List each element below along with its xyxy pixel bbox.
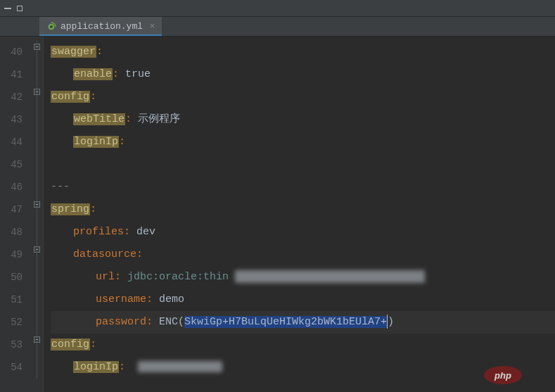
code-line[interactable]: swagger:	[51, 41, 555, 63]
yaml-value: 示例程序	[138, 113, 180, 125]
yaml-key: username	[96, 293, 146, 305]
yaml-value: demo	[159, 293, 184, 305]
line-number: 42	[0, 86, 31, 108]
yaml-key: enable	[73, 68, 113, 80]
window-toolbar	[0, 0, 555, 17]
fold-toggle-icon[interactable]	[34, 246, 40, 253]
line-number-gutter: 40 41 42 43 44 45 46 47 48 49 50 51 52 5…	[0, 37, 31, 392]
yaml-key: config	[51, 339, 90, 350]
editor-tabbar: application.yml ×	[0, 17, 555, 37]
code-area[interactable]: swagger: enable: true config: webTitle: …	[44, 37, 555, 392]
line-number: 51	[0, 289, 31, 311]
code-line[interactable]: loginIp:	[51, 356, 555, 379]
code-line[interactable]: config:	[51, 86, 555, 108]
line-number: 54	[0, 356, 31, 379]
close-icon[interactable]: ×	[150, 22, 155, 32]
yaml-key: datasource	[73, 248, 136, 260]
fold-toggle-icon[interactable]	[34, 336, 40, 343]
code-line[interactable]: spring:	[51, 198, 555, 221]
restore-icon[interactable]	[17, 6, 23, 11]
fold-gutter	[31, 37, 44, 392]
line-number: 53	[0, 334, 31, 356]
redacted-text	[138, 361, 222, 372]
code-editor[interactable]: 40 41 42 43 44 45 46 47 48 49 50 51 52 5…	[0, 37, 555, 392]
fold-toggle-icon[interactable]	[34, 89, 40, 95]
line-number: 44	[0, 131, 31, 153]
code-line[interactable]: loginIp:	[51, 131, 555, 153]
fold-toggle-icon[interactable]	[34, 201, 40, 208]
code-line[interactable]: config:	[51, 334, 555, 356]
line-number: 41	[0, 63, 31, 86]
yaml-value: dev	[136, 226, 155, 238]
line-number: 47	[0, 198, 31, 221]
tab-label: application.yml	[60, 21, 143, 32]
line-number: 43	[0, 108, 31, 131]
yaml-key: swagger	[51, 46, 96, 58]
fold-toggle-icon[interactable]	[34, 44, 40, 50]
svg-point-1	[50, 25, 53, 27]
code-line[interactable]: enable: true	[51, 63, 555, 86]
doc-separator: ---	[51, 181, 70, 193]
yaml-file-icon	[46, 22, 56, 32]
watermark-logo: php	[483, 365, 538, 385]
yaml-key: password	[96, 316, 146, 328]
line-number: 52	[0, 311, 31, 334]
yaml-value: jdbc:oracle:thin	[127, 271, 229, 283]
redacted-text	[235, 270, 425, 283]
yaml-key: webTitle	[73, 113, 125, 125]
code-line[interactable]	[51, 153, 555, 176]
yaml-key: loginIp	[73, 361, 119, 373]
line-number: 45	[0, 153, 31, 176]
code-line[interactable]: webTitle: 示例程序	[51, 108, 555, 131]
minimize-icon[interactable]	[4, 8, 11, 9]
selected-text: SkwiGp+H7BuLqUeHIWkg2bWK1bEUlA7+	[184, 316, 387, 328]
tab-application-yml[interactable]: application.yml ×	[39, 17, 162, 36]
yaml-key: loginIp	[73, 136, 119, 148]
line-number: 40	[0, 41, 31, 63]
line-number: 46	[0, 176, 31, 198]
code-line[interactable]: datasource:	[51, 244, 555, 266]
code-line[interactable]: url: jdbc:oracle:thin	[51, 266, 555, 289]
code-line[interactable]: username: demo	[51, 289, 555, 311]
code-line-current[interactable]: password: ENC(SkwiGp+H7BuLqUeHIWkg2bWK1b…	[51, 311, 555, 334]
svg-text:php: php	[494, 370, 511, 381]
code-line[interactable]: profiles: dev	[51, 221, 555, 244]
line-number: 49	[0, 244, 31, 266]
yaml-key: config	[51, 91, 90, 103]
line-number: 50	[0, 266, 31, 289]
yaml-key: url	[96, 271, 115, 283]
yaml-key: spring	[51, 203, 90, 215]
code-line[interactable]: ---	[51, 176, 555, 198]
line-number: 48	[0, 221, 31, 244]
yaml-value: true	[125, 68, 151, 80]
yaml-key: profiles	[73, 226, 124, 238]
